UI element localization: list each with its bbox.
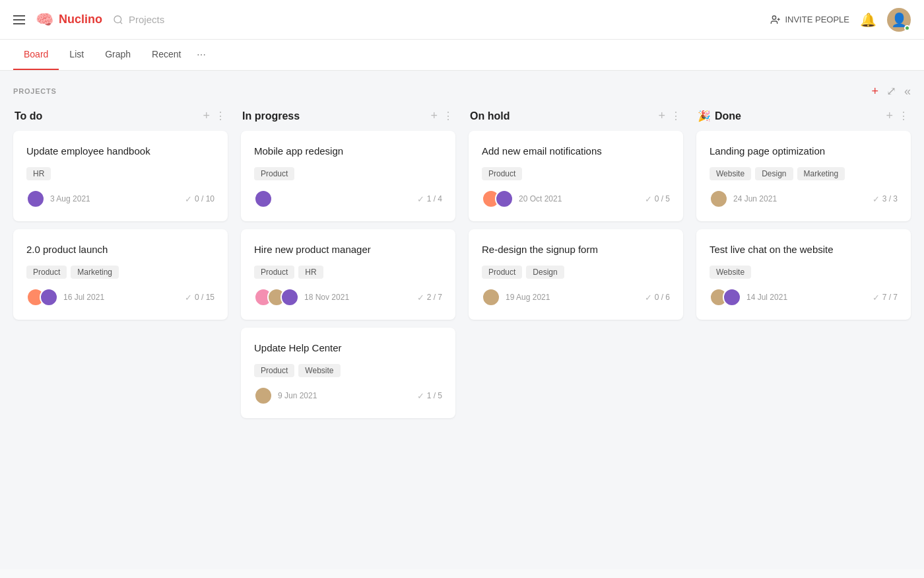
- card-title: Test live chat on the website: [710, 242, 898, 256]
- add-card-icon[interactable]: +: [203, 109, 210, 123]
- card[interactable]: Mobile app redesignProduct✓ 1 / 4: [241, 131, 455, 221]
- column-done: 🎉 Done + ⋮ Landing page optimizationWebs…: [696, 109, 911, 328]
- column-onhold: On hold + ⋮ Add new email notificationsP…: [469, 109, 683, 328]
- column-header: On hold + ⋮: [469, 109, 683, 123]
- card-date: 16 Jul 2021: [63, 293, 104, 302]
- card[interactable]: 2.0 product launchProductMarketing16 Jul…: [13, 229, 228, 320]
- avatars-group: [482, 190, 513, 208]
- check-icon: ✓: [645, 293, 652, 303]
- card[interactable]: Update employee handbookHR3 Aug 2021✓ 0 …: [13, 131, 228, 221]
- card-title: 2.0 product launch: [26, 242, 214, 256]
- avatar: [26, 190, 45, 208]
- card-date: 20 Oct 2021: [519, 194, 562, 203]
- column-actions: + ⋮: [430, 109, 454, 123]
- avatars-group: [254, 288, 299, 307]
- column-more-icon[interactable]: ⋮: [898, 110, 909, 122]
- avatar: [495, 190, 513, 208]
- avatar: [254, 190, 273, 208]
- card[interactable]: Landing page optimizationWebsiteDesignMa…: [696, 131, 911, 221]
- invite-people-button[interactable]: INVITE PEOPLE: [770, 15, 849, 25]
- card-footer: 9 Jun 2021✓ 1 / 5: [254, 386, 442, 405]
- hamburger-menu[interactable]: [13, 15, 25, 24]
- card-date: 14 Jul 2021: [746, 293, 787, 302]
- column-actions: + ⋮: [203, 109, 226, 123]
- add-card-icon[interactable]: +: [430, 109, 438, 123]
- card-meta-left: [254, 190, 273, 208]
- avatar: [280, 288, 299, 307]
- check-icon: ✓: [185, 194, 192, 204]
- card-tags: HR: [26, 167, 214, 180]
- check-icon: ✓: [873, 293, 880, 303]
- add-card-icon[interactable]: +: [658, 109, 665, 123]
- logo-text: Nuclino: [59, 13, 102, 26]
- check-icon: ✓: [873, 194, 880, 204]
- card-meta-left: 3 Aug 2021: [26, 190, 90, 208]
- notification-bell-icon[interactable]: 🔔: [860, 12, 876, 28]
- user-avatar[interactable]: 👤: [887, 8, 911, 32]
- card-title: Add new email notifications: [482, 144, 670, 158]
- column-more-icon[interactable]: ⋮: [215, 110, 226, 122]
- search-placeholder: Projects: [129, 14, 164, 25]
- card-tags: Product: [254, 167, 442, 180]
- column-actions: + ⋮: [658, 109, 682, 123]
- tag: Product: [254, 167, 294, 180]
- card-checks: ✓ 0 / 15: [185, 293, 214, 303]
- card-meta-left: 9 Jun 2021: [254, 386, 317, 405]
- card-meta-left: 16 Jul 2021: [26, 288, 104, 307]
- column-title: 🎉 Done: [698, 110, 741, 122]
- avatars-group: [482, 288, 500, 307]
- projects-bar: PROJECTS + ⤢ «: [13, 84, 911, 98]
- tag: Website: [710, 266, 751, 279]
- add-project-icon[interactable]: +: [871, 85, 878, 98]
- header-right: INVITE PEOPLE 🔔 👤: [770, 8, 911, 32]
- svg-line-1: [120, 22, 122, 24]
- avatar-face: 👤: [891, 12, 908, 28]
- tag: Product: [254, 266, 294, 279]
- tag: Product: [254, 364, 294, 377]
- card-checks: ✓ 0 / 6: [645, 293, 670, 303]
- card[interactable]: Re-design the signup formProductDesign19…: [469, 229, 683, 320]
- avatar: [723, 288, 741, 307]
- avatar: [710, 190, 728, 208]
- card-meta-left: 18 Nov 2021: [254, 288, 349, 307]
- card-meta-left: 19 Aug 2021: [482, 288, 550, 307]
- tab-list[interactable]: List: [59, 40, 94, 70]
- collapse-icon[interactable]: «: [904, 85, 911, 98]
- card[interactable]: Hire new product managerProductHR18 Nov …: [241, 229, 455, 320]
- card-tags: ProductMarketing: [26, 266, 214, 279]
- column-more-icon[interactable]: ⋮: [671, 110, 682, 122]
- avatar: [254, 386, 273, 405]
- card-footer: 20 Oct 2021✓ 0 / 5: [482, 190, 670, 208]
- tab-board[interactable]: Board: [13, 40, 59, 70]
- column-title: In progress: [242, 110, 300, 122]
- card-checks: ✓ 0 / 5: [645, 194, 670, 204]
- card[interactable]: Add new email notificationsProduct20 Oct…: [469, 131, 683, 221]
- tag: Design: [755, 167, 793, 180]
- column-header: 🎉 Done + ⋮: [696, 109, 911, 123]
- main-board: PROJECTS + ⤢ « To do + ⋮ Update employee…: [0, 71, 924, 569]
- logo-icon: 🧠: [36, 11, 53, 28]
- card-title: Hire new product manager: [254, 242, 442, 256]
- tag: Product: [26, 266, 67, 279]
- card-tags: ProductHR: [254, 266, 442, 279]
- avatars-group: [710, 190, 728, 208]
- card[interactable]: Update Help CenterProductWebsite9 Jun 20…: [241, 328, 455, 418]
- card-checks: ✓ 7 / 7: [873, 293, 898, 303]
- card-date: 24 Jun 2021: [733, 194, 777, 203]
- tab-graph[interactable]: Graph: [94, 40, 141, 70]
- column-header: In progress + ⋮: [241, 109, 455, 123]
- expand-icon[interactable]: ⤢: [886, 84, 896, 98]
- search-icon: [113, 15, 123, 25]
- card[interactable]: Test live chat on the websiteWebsite14 J…: [696, 229, 911, 320]
- tag: Product: [482, 167, 522, 180]
- card-tags: Website: [710, 266, 898, 279]
- tab-recent[interactable]: Recent: [141, 40, 191, 70]
- search-area[interactable]: Projects: [113, 14, 164, 25]
- card-footer: 18 Nov 2021✓ 2 / 7: [254, 288, 442, 307]
- column-inprogress: In progress + ⋮ Mobile app redesignProdu…: [241, 109, 455, 426]
- column-more-icon[interactable]: ⋮: [443, 110, 454, 122]
- add-card-icon[interactable]: +: [886, 109, 893, 123]
- card-checks: ✓ 1 / 4: [417, 194, 442, 204]
- tab-more-icon[interactable]: ⋯: [191, 40, 211, 69]
- card-meta-left: 20 Oct 2021: [482, 190, 562, 208]
